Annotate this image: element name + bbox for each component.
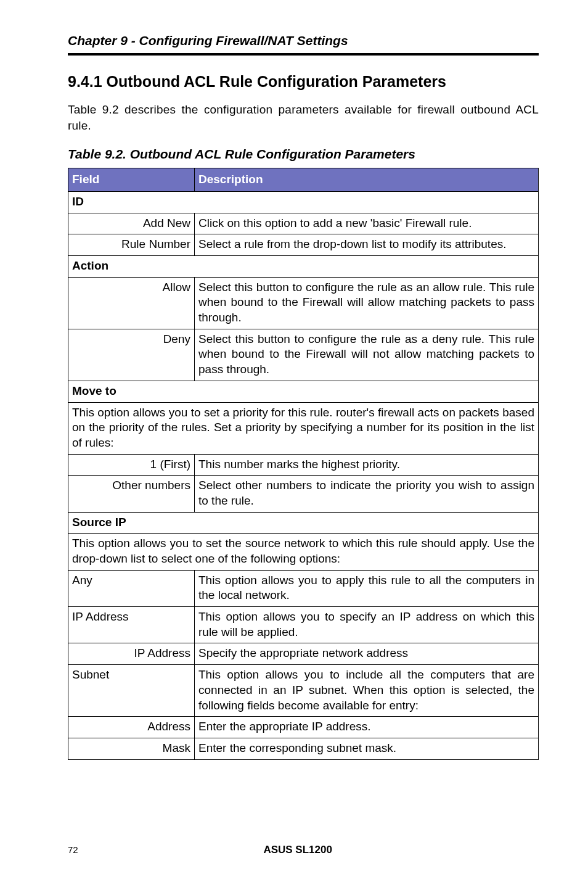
page-footer: 72 ASUS SL1200 [0, 844, 588, 856]
mask-desc: Enter the corresponding subnet mask. [195, 738, 539, 759]
add-new-label: Add New [68, 213, 195, 234]
section-heading: 9.4.1 Outbound ACL Rule Configuration Pa… [68, 73, 539, 91]
subnet-desc: This option allows you to include all th… [195, 665, 539, 717]
ip-address-label: IP Address [68, 607, 195, 643]
footer-title: ASUS SL1200 [81, 844, 515, 856]
ip-address-sub-label: IP Address [68, 643, 195, 665]
running-head: Chapter 9 - Configuring Firewall/NAT Set… [68, 33, 539, 48]
move-to-desc: This option allows you to set a priority… [68, 402, 539, 454]
divider [68, 53, 539, 56]
subnet-label: Subnet [68, 665, 195, 717]
source-ip-desc: This option allows you to set the source… [68, 534, 539, 570]
allow-desc: Select this button to configure the rule… [195, 277, 539, 329]
first-label: 1 (First) [68, 454, 195, 476]
rule-number-desc: Select a rule from the drop-down list to… [195, 234, 539, 256]
other-numbers-label: Other numbers [68, 476, 195, 512]
header-field: Field [68, 168, 195, 192]
table-caption: Table 9.2. Outbound ACL Rule Configurati… [68, 147, 539, 162]
address-label: Address [68, 717, 195, 738]
intro-paragraph: Table 9.2 describes the configuration pa… [68, 102, 539, 133]
ip-address-sub-desc: Specify the appropriate network address [195, 643, 539, 665]
move-to-section: Move to [68, 381, 539, 402]
page-number: 72 [68, 844, 78, 855]
add-new-desc: Click on this option to add a new 'basic… [195, 213, 539, 234]
action-section: Action [68, 256, 539, 278]
first-desc: This number marks the highest priority. [195, 454, 539, 476]
mask-label: Mask [68, 738, 195, 759]
other-numbers-desc: Select other numbers to indicate the pri… [195, 476, 539, 512]
id-section: ID [68, 191, 539, 213]
source-ip-section: Source IP [68, 512, 539, 534]
address-desc: Enter the appropriate IP address. [195, 717, 539, 738]
any-desc: This option allows you to apply this rul… [195, 570, 539, 606]
any-label: Any [68, 570, 195, 606]
header-description: Description [195, 168, 539, 192]
ip-address-desc: This option allows you to specify an IP … [195, 607, 539, 643]
allow-label: Allow [68, 277, 195, 329]
parameters-table: Field Description ID Add New Click on th… [68, 168, 539, 759]
deny-desc: Select this button to configure the rule… [195, 329, 539, 381]
rule-number-label: Rule Number [68, 234, 195, 256]
deny-label: Deny [68, 329, 195, 381]
